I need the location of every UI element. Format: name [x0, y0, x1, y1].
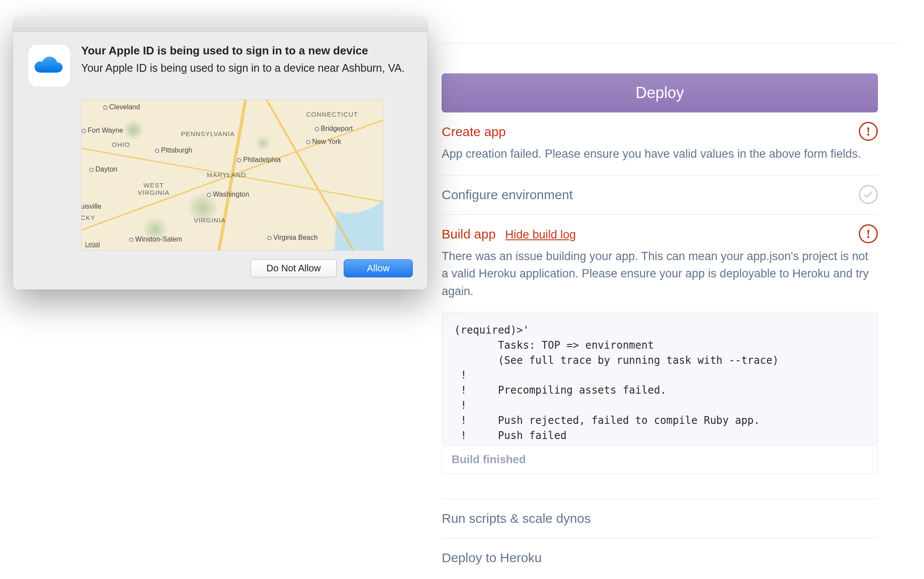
dialog-subtitle: Your Apple ID is being used to sign in t… [81, 61, 405, 76]
map-legal-link[interactable]: Legal [85, 241, 100, 248]
create-app-desc: App creation failed. Please ensure you h… [442, 145, 878, 163]
map-city-label: Cleveland [103, 103, 140, 111]
map-city-label: Virginia Beach [267, 234, 318, 242]
map-state-label: CKY [81, 214, 95, 221]
error-icon: ! [859, 224, 878, 243]
dialog-buttons: Do Not Allow Allow [13, 259, 427, 290]
map-state-label: OHIO [112, 141, 130, 148]
hide-build-log-link[interactable]: Hide build log [505, 228, 576, 242]
configure-env-title: Configure environment [442, 188, 573, 202]
build-app-title: Build app [442, 227, 496, 242]
map-city-label: Pittsburgh [155, 146, 192, 154]
do-not-allow-button[interactable]: Do Not Allow [250, 259, 337, 277]
build-finished-label: Build finished [442, 446, 878, 474]
check-icon [859, 185, 878, 204]
map-state-label: VIRGINIA [194, 216, 226, 224]
map-city-label: uisville [81, 203, 101, 210]
step-deploy-to-heroku: Deploy to Heroku [442, 538, 878, 577]
apple-id-signin-dialog: Your Apple ID is being used to sign in t… [13, 17, 427, 290]
deploy-heroku-title: Deploy to Heroku [442, 550, 878, 565]
dialog-text: Your Apple ID is being used to sign in t… [81, 44, 405, 87]
deploy-panel: Deploy Create app ! App creation failed.… [442, 43, 878, 577]
map-city-label: Washington [207, 191, 249, 198]
map-city-label: Dayton [89, 165, 117, 173]
map-state-label: WESTVIRGINIA [138, 182, 170, 196]
build-log[interactable]: (required)>' Tasks: TOP => environment (… [442, 312, 878, 446]
map-city-label: Winston-Salem [129, 235, 182, 243]
icloud-icon [28, 44, 71, 87]
run-scripts-title: Run scripts & scale dynos [442, 511, 878, 526]
step-create-app: Create app ! App creation failed. Please… [442, 112, 878, 175]
dialog-titlebar [13, 17, 427, 32]
map-state-label: MARYLAND [207, 171, 246, 178]
dialog-title: Your Apple ID is being used to sign in t… [81, 44, 405, 57]
step-run-scripts: Run scripts & scale dynos [442, 499, 878, 538]
error-icon: ! [859, 122, 878, 141]
deploy-button[interactable]: Deploy [442, 73, 878, 112]
map-state-label: CONNECTICUT [306, 111, 358, 118]
create-app-title: Create app [442, 124, 506, 139]
location-map[interactable]: PENNSYLVANIA OHIO WESTVIRGINIA MARYLAND … [81, 99, 383, 251]
map-city-label: Bridgeport [315, 125, 353, 133]
map-city-label: Philadelphia [237, 156, 281, 164]
step-build-app: Build app Hide build log ! There was an … [442, 215, 878, 486]
map-city-label: New York [306, 138, 342, 146]
build-app-desc: There was an issue building your app. Th… [442, 248, 878, 300]
map-state-label: PENNSYLVANIA [181, 130, 235, 137]
allow-button[interactable]: Allow [344, 259, 413, 277]
step-configure-environment: Configure environment [442, 175, 878, 215]
map-city-label: Fort Wayne [82, 127, 123, 134]
